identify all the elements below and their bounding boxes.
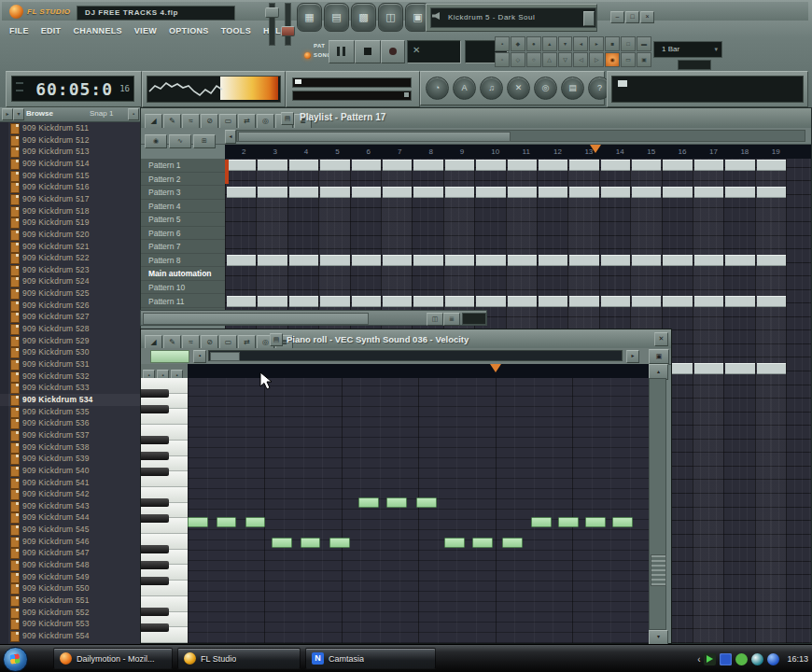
shortcut-button-14[interactable]: △ [542, 52, 557, 67]
browser-file-item[interactable]: 909 Kickdrum 511 [0, 122, 140, 134]
pattern-clip[interactable] [663, 296, 692, 307]
shortcut-button-13[interactable]: ○ [526, 52, 541, 67]
browser-file-item[interactable]: 909 Kickdrum 544 [0, 511, 140, 524]
pattern-clip[interactable] [569, 296, 598, 307]
pattern-name[interactable]: Pattern 2 [141, 173, 225, 187]
clock[interactable]: 16:13 [787, 654, 808, 664]
close-button[interactable]: × [640, 11, 654, 23]
browser-file-item[interactable]: 909 Kickdrum 526 [0, 300, 140, 312]
pattern-clip[interactable] [694, 187, 723, 198]
pattern-name[interactable]: Pattern 6 [141, 227, 225, 241]
pattern-name[interactable]: Pattern 1 [141, 159, 225, 173]
browser-file-item[interactable]: 909 Kickdrum 519 [0, 217, 140, 229]
browser-file-item[interactable]: 909 Kickdrum 520 [0, 229, 140, 241]
pattern-clip[interactable] [632, 255, 661, 266]
pattern-clip[interactable] [663, 160, 692, 171]
pattern-clip[interactable] [757, 296, 786, 307]
pattern-clip-row[interactable] [227, 160, 809, 171]
black-key[interactable] [141, 514, 169, 523]
pattern-clip[interactable] [601, 255, 630, 266]
pattern-clip[interactable] [476, 255, 505, 266]
browser-file-item[interactable]: 909 Kickdrum 513 [0, 146, 140, 158]
black-key[interactable] [141, 389, 169, 398]
piano-roll-hscroll-button[interactable]: ▸ [626, 350, 639, 363]
pattern-clip[interactable] [663, 255, 692, 266]
browser-file-item[interactable]: 909 Kickdrum 552 [0, 607, 140, 619]
playlist-snap-button-1[interactable]: ◉ [145, 134, 167, 148]
browser-file-item[interactable]: 909 Kickdrum 547 [0, 547, 140, 559]
piano-roll-title-bar[interactable]: ◢✎≈⊘▭⇄◎≣ ▤ Piano roll - VEC Synth Sound … [141, 329, 671, 349]
browser-file-item[interactable]: 909 Kickdrum 554 [0, 630, 140, 642]
playlist-zoom-button-2[interactable]: ≣ [443, 313, 460, 326]
shortcut-button-4[interactable]: ▴ [542, 36, 557, 51]
tray-green-app-icon[interactable] [735, 653, 748, 665]
shortcut-button-8[interactable]: ■ [605, 36, 620, 51]
pattern-clip[interactable] [445, 296, 474, 307]
browser-file-item[interactable]: 909 Kickdrum 528 [0, 323, 140, 335]
minimize-button[interactable]: – [610, 11, 624, 23]
black-key[interactable] [141, 405, 169, 413]
round-tool-button-6[interactable]: ▤ [561, 77, 584, 100]
pattern-clip[interactable] [413, 160, 442, 171]
browser-file-item[interactable]: 909 Kickdrum 534 [0, 394, 140, 406]
browser-file-item[interactable]: 909 Kickdrum 516 [0, 181, 140, 193]
playlist-scroll-left-button[interactable]: ◂ [225, 130, 236, 144]
tray-blue-app-icon[interactable] [720, 653, 732, 665]
midi-note[interactable] [301, 538, 321, 548]
secondary-slider-thumb[interactable] [404, 92, 409, 97]
vscroll-down-button[interactable]: ▾ [649, 630, 668, 645]
pattern-clip[interactable] [258, 296, 287, 307]
secondary-slider[interactable] [292, 91, 412, 101]
playlist-title-bar[interactable]: ◢✎≈⊘▭⇄◎▸≣ ▤ Playlist - Pattern 17 [141, 108, 811, 129]
piano-roll-corner-button[interactable]: ▣ [649, 349, 669, 364]
playlist-bottom-scroll-thumb[interactable] [143, 313, 369, 325]
pattern-clip[interactable] [445, 255, 474, 266]
browser-close-button[interactable]: ▪ [128, 108, 139, 120]
black-key[interactable] [141, 436, 169, 444]
browser-file-item[interactable]: 909 Kickdrum 532 [0, 371, 140, 383]
pattern-clip[interactable] [320, 187, 349, 198]
tray-sphere-icon[interactable] [767, 653, 779, 665]
note-color-selector[interactable] [150, 350, 189, 363]
pattern-clip[interactable] [632, 296, 661, 307]
panel-toggle-4[interactable]: ◫ [378, 3, 403, 32]
black-key[interactable] [141, 608, 169, 616]
piano-roll-vscroll-thumb[interactable] [651, 554, 666, 586]
browser-file-item[interactable]: 909 Kickdrum 523 [0, 264, 140, 276]
midi-note[interactable] [612, 517, 633, 527]
pattern-clip[interactable] [725, 296, 754, 307]
menu-item-view[interactable]: VIEW [134, 26, 157, 35]
pattern-clip[interactable] [539, 296, 567, 307]
taskbar-task-1[interactable]: Dailymotion - Mozil... [53, 648, 173, 669]
browser-file-item[interactable]: 909 Kickdrum 521 [0, 241, 140, 253]
pattern-clip[interactable] [663, 187, 692, 198]
midi-note[interactable] [217, 517, 237, 527]
browser-file-item[interactable]: 909 Kickdrum 539 [0, 453, 140, 465]
playlist-timeline[interactable]: 2345678910111213141516171819 [225, 145, 811, 159]
pat-mode-label[interactable]: PAT [314, 43, 325, 49]
pattern-clip[interactable] [476, 187, 505, 198]
midi-note[interactable] [272, 538, 292, 548]
pattern-clip[interactable] [725, 160, 754, 171]
pattern-clip[interactable] [383, 255, 412, 266]
pattern-clip[interactable] [413, 255, 442, 266]
midi-note[interactable] [245, 517, 266, 527]
menu-item-file[interactable]: FILE [9, 26, 29, 35]
pattern-clip[interactable] [413, 187, 442, 198]
record-button[interactable] [381, 40, 405, 63]
shortcut-button-16[interactable]: ◁ [573, 52, 588, 67]
browser-file-item[interactable]: 909 Kickdrum 518 [0, 205, 140, 217]
browser-file-item[interactable]: 909 Kickdrum 549 [0, 571, 140, 583]
browser-file-item[interactable]: 909 Kickdrum 543 [0, 500, 140, 512]
black-key[interactable] [141, 545, 169, 553]
browser-file-item[interactable]: 909 Kickdrum 517 [0, 193, 140, 205]
pattern-clip[interactable] [258, 255, 287, 266]
piano-roll-hscroll-thumb[interactable] [210, 352, 240, 361]
piano-roll-hscrollbar[interactable] [208, 350, 623, 361]
playlist-hscroll-thumb[interactable] [238, 132, 511, 142]
pattern-clip[interactable] [539, 187, 567, 198]
midi-note[interactable] [358, 497, 379, 508]
shortcut-button-7[interactable]: ▸ [589, 36, 604, 51]
browser-file-item[interactable]: 909 Kickdrum 527 [0, 311, 140, 323]
master-pitch-slider[interactable] [285, 3, 291, 46]
